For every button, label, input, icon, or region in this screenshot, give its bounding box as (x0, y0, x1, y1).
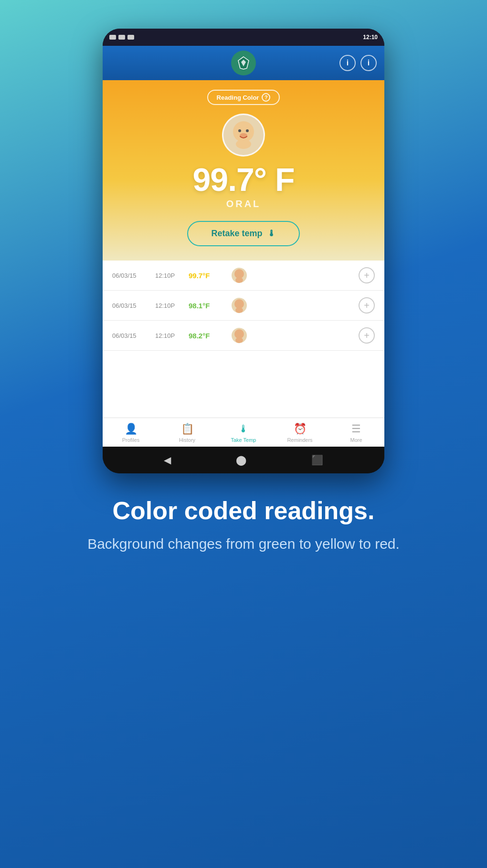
profiles-icon: 👤 (125, 423, 138, 435)
history-list: 06/03/15 12:10P 99.7°F + 06/03/15 12:10P… (103, 261, 384, 351)
history-icon: 📋 (181, 423, 194, 435)
history-date-1: 06/03/15 (112, 272, 155, 279)
back-button[interactable]: ◀ (164, 454, 171, 466)
history-avatar-2 (232, 298, 247, 313)
add-entry-button-3[interactable]: + (359, 327, 375, 344)
take-temp-icon: 🌡 (238, 423, 249, 435)
svg-point-6 (235, 277, 243, 283)
add-entry-button-2[interactable]: + (359, 297, 375, 314)
android-navigation-bar: ◀ ⬤ ⬛ (103, 447, 384, 473)
nav-item-profiles[interactable]: 👤 Profiles (103, 423, 159, 443)
history-time-3: 12:10P (155, 332, 189, 339)
history-time-2: 12:10P (155, 302, 189, 309)
retake-temp-button[interactable]: Retake temp 🌡 (187, 221, 299, 246)
history-temp-2: 98.1°F (189, 302, 232, 310)
svg-point-4 (236, 139, 251, 149)
battery-icon (127, 35, 134, 40)
nav-label-profiles: Profiles (122, 437, 140, 443)
svg-point-10 (235, 337, 243, 343)
recent-apps-button[interactable]: ⬛ (311, 454, 323, 466)
svg-point-8 (235, 307, 243, 313)
svg-point-0 (233, 121, 254, 142)
svg-point-2 (246, 129, 249, 132)
nav-label-history: History (179, 437, 195, 443)
history-avatar-3 (232, 328, 247, 343)
temperature-type: ORAL (226, 199, 261, 209)
nav-item-more[interactable]: ☰ More (328, 423, 384, 443)
history-date-2: 06/03/15 (112, 302, 155, 309)
subtext: Background changes from green to yellow … (87, 534, 400, 554)
baby-avatar-icon (232, 268, 247, 283)
baby-avatar-icon (232, 298, 247, 313)
table-row: 06/03/15 12:10P 98.1°F + (103, 291, 384, 321)
nav-item-reminders[interactable]: ⏰ Reminders (272, 423, 328, 443)
thermometer-icon: 🌡 (267, 229, 276, 239)
status-left-icons (109, 35, 134, 40)
wifi-icon (118, 35, 125, 40)
phone-wrapper: 12:10 i i Reading Color ? (103, 29, 384, 473)
vicks-logo-icon (236, 56, 251, 70)
history-date-3: 06/03/15 (112, 332, 155, 339)
baby-face-icon (227, 118, 260, 152)
table-row: 06/03/15 12:10P 99.7°F + (103, 261, 384, 291)
reading-color-info-icon[interactable]: ? (262, 93, 270, 102)
baby-avatar-icon (232, 328, 247, 343)
temperature-display: 99.7° F (193, 163, 295, 196)
table-row: 06/03/15 12:10P 98.2°F + (103, 321, 384, 351)
info-icon-2[interactable]: i (360, 55, 377, 71)
nav-label-more: More (350, 437, 362, 443)
status-bar: 12:10 (103, 29, 384, 46)
nav-item-take-temp[interactable]: 🌡 Take Temp (215, 423, 272, 443)
main-content: Reading Color ? 99.7° F ORAL Retake temp… (103, 80, 384, 261)
more-icon: ☰ (351, 423, 361, 435)
header-right-icons: i i (339, 55, 377, 71)
bottom-navigation: 👤 Profiles 📋 History 🌡 Take Temp ⏰ Remin… (103, 418, 384, 447)
history-temp-1: 99.7°F (189, 272, 232, 280)
info-icon-1[interactable]: i (339, 55, 356, 71)
history-time-1: 12:10P (155, 272, 189, 279)
svg-point-1 (238, 129, 241, 132)
status-time: 12:10 (363, 34, 378, 41)
add-entry-button-1[interactable]: + (359, 267, 375, 283)
history-avatar-1 (232, 268, 247, 283)
headline-text: Color coded readings. (87, 497, 400, 524)
patient-avatar (222, 114, 265, 157)
home-button[interactable]: ⬤ (236, 454, 246, 466)
nav-label-take-temp: Take Temp (231, 437, 256, 443)
app-header: i i (103, 46, 384, 80)
reading-color-badge: Reading Color ? (207, 90, 280, 105)
nav-item-history[interactable]: 📋 History (159, 423, 215, 443)
empty-content-area (103, 351, 384, 418)
header-logo (231, 51, 256, 75)
reminders-icon: ⏰ (294, 423, 307, 435)
nav-label-reminders: Reminders (287, 437, 312, 443)
signal-icon (109, 35, 116, 40)
bottom-text-section: Color coded readings. Background changes… (49, 473, 438, 573)
history-temp-3: 98.2°F (189, 332, 232, 340)
